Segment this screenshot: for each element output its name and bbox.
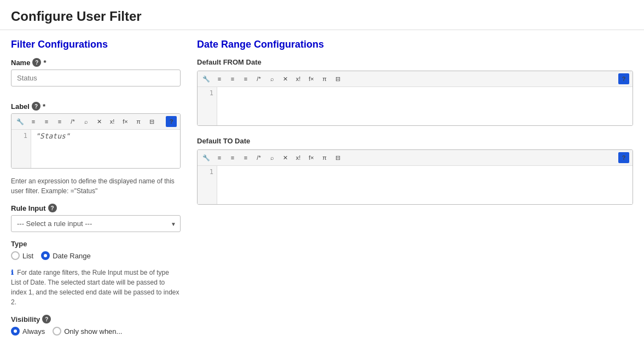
main-content: Filter Configurations Name ? * Label ? *… (0, 30, 644, 341)
label-editor-gutter: 1 (11, 130, 31, 168)
type-list-radio[interactable] (11, 251, 20, 260)
label-field-group: Label ? * 🔧 ≡ ≡ ≡ /* ⌕ ✕ x! f× π ⊟ ? (11, 102, 181, 196)
to-align1-icon[interactable]: ≡ (214, 152, 225, 163)
visibility-conditional-radio[interactable] (53, 327, 61, 336)
label-helper-text: Enter an expression to define the displa… (11, 176, 181, 196)
label-label: Label ? * (11, 102, 181, 111)
name-label: Name ? * (11, 58, 181, 67)
toolbar-search-icon[interactable]: ⌕ (80, 116, 91, 127)
visibility-always-option[interactable]: Always (11, 327, 45, 336)
type-section: Type List Date Range (11, 240, 181, 260)
from-pi-icon[interactable]: π (319, 73, 330, 84)
label-help-icon[interactable]: ? (32, 102, 40, 111)
to-help-icon[interactable]: ? (618, 152, 629, 163)
to-align2-icon[interactable]: ≡ (227, 152, 238, 163)
date-range-info: ℹ For date range filters, the Rule Input… (11, 268, 181, 307)
rule-input-select-wrapper: --- Select a rule input --- ▼ (11, 215, 181, 232)
to-func-icon[interactable]: f× (306, 152, 317, 163)
type-list-option[interactable]: List (11, 251, 33, 260)
from-search-icon[interactable]: ⌕ (266, 73, 277, 84)
toolbar-db-icon[interactable]: ⊟ (146, 116, 157, 127)
to-date-toolbar: 🔧 ≡ ≡ ≡ /* ⌕ ✕ x! f× π ⊟ ? (198, 150, 633, 166)
label-editor-help-icon[interactable]: ? (166, 116, 177, 127)
to-pi-icon[interactable]: π (319, 152, 330, 163)
visibility-conditional-option[interactable]: Only show when... (53, 327, 122, 336)
from-align1-icon[interactable]: ≡ (214, 73, 225, 84)
to-comment-icon[interactable]: /* (253, 152, 264, 163)
label-editor-code[interactable]: "Status" (31, 130, 180, 168)
rule-input-help-icon[interactable]: ? (48, 204, 57, 212)
label-editor-body[interactable]: 1 "Status" (11, 130, 180, 168)
label-editor: 🔧 ≡ ≡ ≡ /* ⌕ ✕ x! f× π ⊟ ? 1 "Status" (11, 113, 181, 169)
left-panel: Filter Configurations Name ? * Label ? *… (11, 39, 181, 341)
toolbar-align1-icon[interactable]: ≡ (28, 116, 39, 127)
label-editor-toolbar: 🔧 ≡ ≡ ≡ /* ⌕ ✕ x! f× π ⊟ ? (11, 114, 180, 130)
name-field-group: Name ? * (11, 58, 181, 94)
from-date-code[interactable] (217, 87, 633, 125)
to-exclaim-icon[interactable]: x! (293, 152, 304, 163)
to-cross-icon[interactable]: ✕ (280, 152, 291, 163)
toolbar-pi-icon[interactable]: π (133, 116, 144, 127)
type-daterange-radio[interactable] (41, 251, 50, 260)
visibility-section: Visibility ? Always Only show when... (11, 315, 181, 336)
visibility-label: Visibility ? (11, 315, 181, 323)
toolbar-comment-icon[interactable]: /* (67, 116, 78, 127)
visibility-always-radio[interactable] (11, 327, 20, 336)
to-date-gutter: 1 (198, 166, 217, 204)
toolbar-func-icon[interactable]: f× (120, 116, 131, 127)
from-db-icon[interactable]: ⊟ (332, 73, 343, 84)
info-icon: ℹ (11, 269, 14, 276)
from-wrench-icon[interactable]: 🔧 (201, 73, 212, 84)
from-cross-icon[interactable]: ✕ (280, 73, 291, 84)
rule-input-field-group: Rule Input ? --- Select a rule input ---… (11, 204, 181, 232)
toolbar-exclaim-icon[interactable]: x! (107, 116, 118, 127)
from-exclaim-icon[interactable]: x! (293, 73, 304, 84)
to-wrench-icon[interactable]: 🔧 (201, 152, 212, 163)
to-date-code[interactable] (217, 166, 633, 204)
from-date-toolbar: 🔧 ≡ ≡ ≡ /* ⌕ ✕ x! f× π ⊟ ? (198, 71, 633, 87)
from-date-editor-body[interactable]: 1 (198, 87, 633, 125)
to-search-icon[interactable]: ⌕ (266, 152, 277, 163)
right-panel: Date Range Configurations Default FROM D… (197, 39, 633, 341)
to-db-icon[interactable]: ⊟ (332, 152, 343, 163)
toolbar-cross-icon[interactable]: ✕ (94, 116, 105, 127)
toolbar-wrench-icon[interactable]: 🔧 (15, 116, 26, 127)
toolbar-align3-icon[interactable]: ≡ (54, 116, 65, 127)
type-daterange-option[interactable]: Date Range (41, 251, 90, 260)
rule-input-select[interactable]: --- Select a rule input --- (11, 215, 181, 232)
date-range-section-title: Date Range Configurations (197, 39, 633, 50)
from-date-label: Default FROM Date (197, 58, 633, 66)
from-help-icon[interactable]: ? (618, 73, 629, 84)
to-date-editor: 🔧 ≡ ≡ ≡ /* ⌕ ✕ x! f× π ⊟ ? 1 (197, 149, 633, 205)
type-radio-group: List Date Range (11, 251, 181, 260)
visibility-radio-group: Always Only show when... (11, 327, 181, 336)
to-date-editor-body[interactable]: 1 (198, 166, 633, 204)
from-date-gutter: 1 (198, 87, 217, 125)
toolbar-align2-icon[interactable]: ≡ (41, 116, 52, 127)
from-align2-icon[interactable]: ≡ (227, 73, 238, 84)
from-comment-icon[interactable]: /* (253, 73, 264, 84)
name-input[interactable] (11, 70, 181, 86)
page-title: Configure User Filter (11, 9, 633, 24)
page-header: Configure User Filter (0, 0, 644, 30)
to-date-label: Default TO Date (197, 137, 633, 145)
name-help-icon[interactable]: ? (32, 58, 41, 67)
rule-input-label: Rule Input ? (11, 204, 181, 212)
visibility-help-icon[interactable]: ? (42, 315, 51, 323)
to-align3-icon[interactable]: ≡ (240, 152, 251, 163)
from-func-icon[interactable]: f× (306, 73, 317, 84)
type-label: Type (11, 240, 181, 248)
from-date-editor: 🔧 ≡ ≡ ≡ /* ⌕ ✕ x! f× π ⊟ ? 1 (197, 71, 633, 126)
filter-section-title: Filter Configurations (11, 39, 181, 50)
from-align3-icon[interactable]: ≡ (240, 73, 251, 84)
